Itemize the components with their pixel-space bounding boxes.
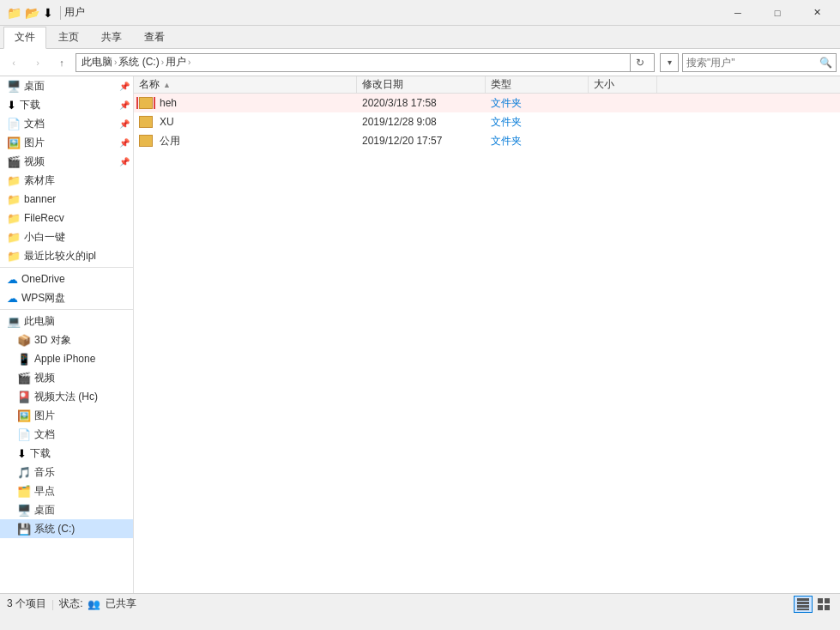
sidebar-item-label: 3D 对象 [34, 333, 71, 348]
tab-view[interactable]: 查看 [134, 26, 175, 48]
shared-text: 已共享 [106, 597, 136, 611]
sidebar-item-filerecv[interactable]: 📁 FileRecv [0, 209, 133, 227]
close-button[interactable]: ✕ [797, 0, 837, 26]
videos-icon: 🎬 [7, 155, 21, 168]
sidebar-item-banner[interactable]: 📁 banner [0, 190, 133, 209]
sidebar-item-videos2[interactable]: 🎬 视频 [0, 368, 133, 387]
sidebar-item-documents[interactable]: 📄 文档 📌 [0, 114, 133, 133]
sidebar-item-desktop[interactable]: 🖥️ 桌面 📌 [0, 76, 133, 95]
address-box[interactable]: 此电脑 › 系统 (C:) › 用户 › ↻ [76, 53, 655, 72]
file-type-cell: 文件夹 [486, 115, 589, 130]
thispc-icon: 💻 [7, 315, 21, 328]
back-button[interactable]: ‹ [3, 52, 24, 73]
sidebar-item-label: 音乐 [34, 465, 55, 480]
separator [0, 309, 133, 310]
sidebar-item-label: 素材库 [24, 173, 55, 188]
sidebar-item-label: OneDrive [21, 273, 65, 285]
content-area: 名称 ▲ 修改日期 类型 大小 heh 2020/3/18 1 [134, 76, 840, 593]
sidebar-item-label: Apple iPhone [34, 353, 95, 365]
sidebar-item-downloads2[interactable]: ⬇ 下载 [0, 444, 133, 463]
sidebar-item-label: 最近比较火的ipl [24, 249, 96, 264]
breadcrumb-part-2[interactable]: 用户 [166, 55, 186, 70]
sidebar-item-music[interactable]: 🎵 音乐 [0, 463, 133, 482]
sidebar-item-label: 下载 [20, 98, 40, 112]
sidebar-item-label: 桌面 [24, 79, 45, 94]
minimize-button[interactable]: ─ [718, 0, 758, 26]
breadcrumb: 此电脑 › 系统 (C:) › 用户 › [82, 55, 190, 70]
refresh-button[interactable]: ↻ [630, 53, 649, 72]
file-date-cell: 2019/12/28 9:08 [357, 116, 486, 128]
svg-rect-0 [797, 598, 809, 601]
up-button[interactable]: ↑ [51, 52, 72, 73]
col-header-date[interactable]: 修改日期 [357, 76, 486, 93]
main-layout: 🖥️ 桌面 📌 ⬇ 下载 📌 📄 文档 📌 🖼️ 图片 📌 🎬 视频 📌 📁 素… [0, 76, 840, 593]
sidebar-item-3d[interactable]: 📦 3D 对象 [0, 330, 133, 349]
pin-icon: 📌 [119, 100, 133, 110]
details-view-icon [797, 598, 809, 610]
sidebar-item-label: 小白一键 [24, 230, 65, 245]
table-row[interactable]: 公用 2019/12/20 17:57 文件夹 [134, 131, 840, 150]
col-header-size[interactable]: 大小 [589, 76, 657, 93]
separator [0, 267, 133, 268]
sidebar-item-onedrive[interactable]: ☁ OneDrive [0, 270, 133, 288]
file-name: 公用 [160, 134, 180, 148]
tab-share[interactable]: 共享 [91, 26, 132, 48]
status-bar: 3 个项目 | 状态: 👥 已共享 [0, 593, 840, 614]
status-label: 状态: [59, 597, 82, 611]
file-name-cell: XU [134, 116, 357, 128]
nav-icon: ⬇ [43, 6, 53, 20]
sidebar: 🖥️ 桌面 📌 ⬇ 下载 📌 📄 文档 📌 🖼️ 图片 📌 🎬 视频 📌 📁 素… [0, 76, 134, 593]
search-icon[interactable]: 🔍 [819, 57, 832, 69]
status-left: 3 个项目 | 状态: 👥 已共享 [7, 597, 136, 611]
documents2-icon: 📄 [17, 428, 31, 441]
table-row[interactable]: XU 2019/12/28 9:08 文件夹 [134, 112, 840, 131]
sidebar-item-label: 图片 [24, 136, 45, 150]
sidebar-item-videos[interactable]: 🎬 视频 📌 [0, 152, 133, 171]
svg-rect-1 [797, 602, 809, 604]
sidebar-item-recent[interactable]: 📁 最近比较火的ipl [0, 246, 133, 265]
window-title: 用户 [64, 5, 85, 20]
sidebar-item-sucaiku[interactable]: 📁 素材库 [0, 171, 133, 190]
svg-rect-4 [818, 598, 823, 603]
address-dropdown-button[interactable]: ▾ [660, 53, 679, 72]
file-date-cell: 2019/12/20 17:57 [357, 135, 486, 147]
sidebar-item-videosoft[interactable]: 🎴 视频大法 (Hc) [0, 387, 133, 406]
sidebar-item-drive-c[interactable]: 💾 系统 (C:) [0, 519, 133, 538]
large-icon-view-icon [818, 598, 830, 610]
drive-c-icon: 💾 [17, 523, 31, 536]
breadcrumb-part-0[interactable]: 此电脑 [82, 55, 112, 70]
pin-icon: 📌 [119, 138, 133, 148]
videosoft-icon: 🎴 [17, 391, 31, 403]
details-view-button[interactable] [794, 596, 813, 613]
pin-icon: 📌 [119, 119, 133, 129]
search-input[interactable] [686, 57, 816, 69]
status-right [794, 596, 833, 613]
sidebar-item-pictures2[interactable]: 🖼️ 图片 [0, 406, 133, 425]
table-row[interactable]: heh 2020/3/18 17:58 文件夹 [134, 94, 840, 112]
sidebar-item-zaodian[interactable]: 🗂️ 早点 [0, 482, 133, 500]
sidebar-item-apple-iphone[interactable]: 📱 Apple iPhone [0, 349, 133, 368]
breadcrumb-part-1[interactable]: 系统 (C:) [118, 55, 159, 70]
maximize-button[interactable]: □ [758, 0, 797, 26]
file-list: heh 2020/3/18 17:58 文件夹 XU [134, 94, 840, 593]
ribbon: 文件 主页 共享 查看 [0, 26, 840, 49]
forward-button[interactable]: › [27, 52, 48, 73]
sidebar-item-label: 视频 [24, 154, 45, 169]
sidebar-item-desktop2[interactable]: 🖥️ 桌面 [0, 500, 133, 519]
svg-rect-5 [825, 598, 830, 603]
col-header-name[interactable]: 名称 ▲ [134, 76, 357, 93]
title-bar-controls: ─ □ ✕ [718, 0, 837, 26]
tab-file[interactable]: 文件 [3, 27, 46, 49]
pictures2-icon: 🖼️ [17, 409, 31, 422]
large-icon-view-button[interactable] [814, 596, 833, 613]
sidebar-item-label: FileRecv [24, 212, 64, 224]
col-header-type[interactable]: 类型 [486, 76, 589, 93]
sidebar-item-pictures[interactable]: 🖼️ 图片 📌 [0, 133, 133, 152]
sidebar-item-thispc[interactable]: 💻 此电脑 [0, 312, 133, 330]
tab-home[interactable]: 主页 [48, 26, 89, 48]
sidebar-item-xiaobai[interactable]: 📁 小白一键 [0, 227, 133, 246]
sidebar-item-wps[interactable]: ☁ WPS网盘 [0, 288, 133, 307]
sidebar-item-documents2[interactable]: 📄 文档 [0, 425, 133, 444]
file-type-cell: 文件夹 [486, 134, 589, 148]
sidebar-item-downloads[interactable]: ⬇ 下载 📌 [0, 95, 133, 114]
